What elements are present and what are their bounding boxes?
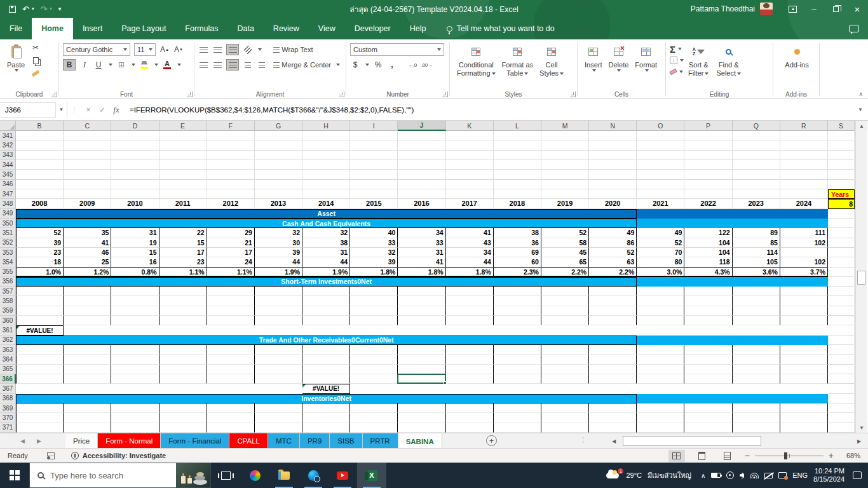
cell-S343[interactable]	[828, 151, 855, 160]
fill-color-caret-icon[interactable]	[154, 64, 158, 66]
cell-E344[interactable]	[159, 160, 207, 170]
column-header-R[interactable]: R	[780, 121, 828, 131]
cell-H358[interactable]	[302, 296, 350, 306]
cell-F342[interactable]	[207, 140, 255, 150]
cell-P359[interactable]	[684, 306, 732, 316]
cell-B366[interactable]	[16, 374, 64, 384]
cell-G371[interactable]	[255, 423, 302, 433]
cell-S360[interactable]	[828, 316, 855, 325]
cell-C354[interactable]: 25	[64, 257, 111, 267]
merge-center-caret-icon[interactable]	[336, 64, 340, 66]
row-header-342[interactable]: 342	[0, 140, 16, 150]
cell-M369[interactable]	[541, 403, 589, 413]
cell-L371[interactable]	[494, 423, 541, 433]
cell-N371[interactable]	[589, 423, 637, 433]
cell-N352[interactable]: 86	[589, 238, 637, 248]
macro-record-icon[interactable]	[47, 452, 55, 459]
cell-B345[interactable]	[16, 170, 64, 179]
taskbar-search[interactable]: Type here to search	[29, 463, 211, 488]
screen-share-icon[interactable]	[778, 472, 787, 478]
language-indicator[interactable]: ENG	[792, 471, 808, 479]
cell-N358[interactable]	[589, 296, 637, 306]
cell-M348[interactable]: 2019	[541, 199, 589, 208]
cell-G360[interactable]	[255, 316, 302, 325]
number-dialog-launcher[interactable]	[442, 92, 448, 97]
clipboard-dialog-launcher[interactable]	[51, 92, 57, 97]
cell-L355[interactable]: 2.3%	[494, 268, 541, 277]
cell-L344[interactable]	[494, 160, 541, 170]
cell-S341[interactable]	[828, 131, 855, 140]
cell-D351[interactable]: 31	[111, 228, 159, 238]
cell-L353[interactable]: 69	[494, 248, 541, 257]
horizontal-scroll-thumb[interactable]	[623, 436, 761, 446]
font-color-caret-icon[interactable]	[177, 64, 181, 66]
cell-K369[interactable]	[446, 403, 494, 413]
row-header-357[interactable]: 357	[0, 287, 16, 296]
cell-H348[interactable]: 2014	[302, 199, 350, 208]
cell-F365[interactable]	[207, 365, 255, 374]
cell-N366[interactable]	[589, 374, 637, 384]
sheet-tab-form-normal[interactable]: Form - Normal	[98, 433, 161, 449]
find-select-button[interactable]: Find & Select	[713, 42, 744, 79]
cell-P348[interactable]: 2022	[684, 199, 732, 208]
cell-G348[interactable]: 2013	[255, 199, 302, 208]
cell-P370[interactable]	[684, 413, 732, 423]
cell-G351[interactable]: 32	[255, 228, 302, 238]
cell-M357[interactable]	[541, 287, 589, 296]
sheet-tab-mtc[interactable]: MTC	[268, 433, 300, 449]
meet-now-icon[interactable]	[726, 471, 734, 479]
cell-P353[interactable]: 104	[684, 248, 732, 257]
insert-function-icon[interactable]: fx	[109, 105, 123, 115]
cell-S366[interactable]	[828, 374, 855, 384]
cell-R345[interactable]	[780, 170, 828, 179]
cell-C348[interactable]: 2009	[64, 199, 111, 208]
row-header-362[interactable]: 362	[0, 336, 16, 345]
cell-S345[interactable]	[828, 170, 855, 179]
cell-I365[interactable]	[350, 365, 398, 374]
row-header-358[interactable]: 358	[0, 296, 16, 306]
cell-O365[interactable]	[637, 365, 684, 374]
cell-K360[interactable]	[446, 316, 494, 325]
cell-Q347[interactable]	[733, 189, 780, 199]
cell-R342[interactable]	[780, 140, 828, 150]
cell-E364[interactable]	[159, 355, 207, 364]
undo-dropdown-icon[interactable]: ▾	[32, 6, 34, 11]
cell-I346[interactable]	[350, 180, 398, 189]
delete-cells-button[interactable]: Delete	[606, 42, 632, 73]
cell-H352[interactable]: 38	[302, 238, 350, 248]
cell-E354[interactable]: 23	[159, 257, 207, 267]
cell-O366[interactable]	[637, 374, 684, 384]
cell-B361[interactable]: #VALUE!	[16, 325, 64, 335]
cell-K351[interactable]: 41	[446, 228, 494, 238]
cell-I371[interactable]	[350, 423, 398, 433]
cell-S368[interactable]	[828, 394, 855, 403]
cell-E370[interactable]	[159, 413, 207, 423]
cell-H343[interactable]	[302, 151, 350, 160]
cell-F347[interactable]	[207, 189, 255, 199]
cell-P347[interactable]	[684, 189, 732, 199]
cell-Q359[interactable]	[733, 306, 780, 316]
cell-O342[interactable]	[637, 140, 684, 150]
cell-S367[interactable]	[828, 384, 855, 393]
cell-P369[interactable]	[684, 403, 732, 413]
cell-E353[interactable]: 17	[159, 248, 207, 257]
row-header-359[interactable]: 359	[0, 306, 16, 316]
cell-Q343[interactable]	[733, 151, 780, 160]
font-size-combobox[interactable]: 11	[134, 43, 156, 56]
cell-K344[interactable]	[446, 160, 494, 170]
cell-J354[interactable]: 41	[398, 257, 445, 267]
cell-B358[interactable]	[16, 296, 64, 306]
name-box-dropdown-icon[interactable]: ▼	[56, 102, 67, 118]
cell-B364[interactable]	[16, 355, 64, 364]
cell-C355[interactable]: 1.2%	[64, 268, 111, 277]
cell-Q345[interactable]	[733, 170, 780, 179]
cell-K345[interactable]	[446, 170, 494, 179]
zoom-level[interactable]: 68%	[839, 452, 860, 459]
cell-F348[interactable]: 2012	[207, 199, 255, 208]
select-all-corner[interactable]	[0, 121, 16, 131]
zoom-slider[interactable]	[755, 456, 824, 456]
cell-K366[interactable]	[446, 374, 494, 384]
fill-caret-icon[interactable]	[680, 59, 684, 62]
ribbon-display-options-button[interactable]	[782, 0, 803, 18]
cell-C363[interactable]	[64, 345, 111, 355]
